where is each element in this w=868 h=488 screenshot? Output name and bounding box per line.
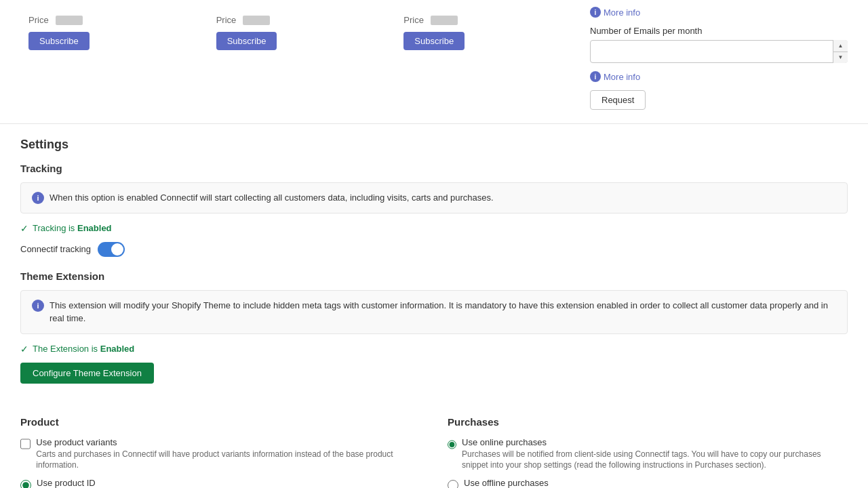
subscribe-cards-row: Price Subscribe Price Subscribe Price Su… — [20, 7, 572, 58]
bottom-columns: Product Use product variants Carts and p… — [20, 416, 848, 489]
use-id-label: Use product ID — [37, 478, 187, 488]
tracking-info-text: When this option is enabled Connectif wi… — [50, 191, 494, 205]
use-variants-label: Use product variants — [36, 437, 420, 447]
use-variants-checkbox[interactable] — [20, 439, 31, 449]
tracking-check-icon: ✓ — [20, 223, 28, 234]
more-info-bottom-label: More info — [604, 72, 640, 82]
price-blur-3 — [431, 16, 458, 25]
tracking-toggle-label: Connectif tracking — [20, 244, 91, 254]
request-button[interactable]: Request — [590, 90, 646, 110]
price-label-1: Price — [28, 15, 49, 25]
online-purchases-radio[interactable] — [448, 439, 456, 450]
online-purchases-row: Use online purchases Purchases will be n… — [448, 437, 848, 472]
use-id-radio[interactable] — [20, 480, 31, 488]
tracking-info-box: i When this option is enabled Connectif … — [20, 182, 848, 214]
use-id-row: Use product ID Register purchase with in… — [20, 478, 420, 488]
spinner-down[interactable]: ▼ — [833, 52, 848, 64]
subscribe-button-2[interactable]: Subscribe — [216, 32, 277, 50]
price-blur-2 — [243, 16, 270, 25]
purchases-title: Purchases — [448, 416, 848, 428]
spinner-up[interactable]: ▲ — [833, 40, 848, 52]
tracking-toggle[interactable] — [98, 242, 125, 257]
info-icon-top: i — [590, 7, 601, 18]
settings-section: Settings Tracking i When this option is … — [0, 123, 868, 488]
subscribe-card-3: Price Subscribe — [395, 7, 572, 58]
subscribe-button-3[interactable]: Subscribe — [403, 32, 465, 50]
spinner-btns: ▲ ▼ — [833, 40, 848, 63]
use-variants-content: Use product variants Carts and purchases… — [36, 437, 420, 472]
offline-purchases-label: Use offline purchases — [464, 478, 712, 488]
more-info-link-top[interactable]: i More info — [590, 7, 848, 18]
tracking-info-icon: i — [32, 192, 44, 204]
emails-input-container: ▲ ▼ — [590, 40, 848, 63]
theme-info-text: This extension will modify your Shopify … — [50, 299, 836, 325]
theme-extension-title: Theme Extension — [20, 270, 848, 282]
tracking-status-text: Tracking is Enabled — [33, 223, 112, 233]
offline-purchases-row: Use offline purchases Purchases will be … — [448, 478, 848, 488]
more-info-link-bottom[interactable]: i More info — [590, 71, 848, 82]
extension-check-icon: ✓ — [20, 344, 28, 354]
theme-extension-section: Theme Extension i This extension will mo… — [20, 270, 848, 400]
product-column: Product Use product variants Carts and p… — [20, 416, 420, 489]
emails-label: Number of Emails per month — [590, 26, 848, 36]
use-id-content: Use product ID Register purchase with in… — [37, 478, 187, 488]
page-container: Price Subscribe Price Subscribe Price Su… — [0, 0, 868, 488]
tracking-status: ✓ Tracking is Enabled — [20, 223, 848, 234]
tracking-toggle-row: Connectif tracking — [20, 242, 848, 257]
subscribe-card-1: Price Subscribe — [20, 7, 197, 58]
extension-status: ✓ The Extension is Enabled — [20, 344, 848, 354]
online-purchases-content: Use online purchases Purchases will be n… — [462, 437, 848, 472]
purchases-column: Purchases Use online purchases Purchases… — [448, 416, 848, 489]
offline-purchases-radio[interactable] — [448, 480, 458, 488]
offline-purchases-content: Use offline purchases Purchases will be … — [464, 478, 712, 488]
tracking-title: Tracking — [20, 163, 848, 174]
more-info-top-label: More info — [604, 7, 640, 18]
price-label-2: Price — [216, 15, 237, 25]
info-icon-bottom: i — [590, 71, 601, 82]
online-purchases-desc: Purchases will be notified from client-s… — [462, 449, 848, 472]
use-variants-desc: Carts and purchases in Connectif will ha… — [36, 449, 420, 472]
tracking-toggle-slider — [98, 242, 125, 257]
use-variants-row: Use product variants Carts and purchases… — [20, 437, 420, 472]
emails-input[interactable] — [590, 40, 848, 63]
extension-status-text: The Extension is Enabled — [33, 344, 134, 354]
subscribe-button-1[interactable]: Subscribe — [28, 32, 90, 50]
settings-title: Settings — [20, 138, 848, 152]
tracking-section: Tracking i When this option is enabled C… — [20, 163, 848, 257]
product-title: Product — [20, 416, 420, 428]
price-label-3: Price — [403, 15, 424, 25]
theme-info-box: i This extension will modify your Shopif… — [20, 290, 848, 334]
top-section: Price Subscribe Price Subscribe Price Su… — [0, 0, 868, 123]
theme-info-icon: i — [32, 300, 44, 312]
price-blur-1 — [56, 16, 83, 25]
online-purchases-label: Use online purchases — [462, 437, 848, 447]
right-settings-panel: i More info Number of Emails per month ▲… — [583, 7, 848, 110]
configure-theme-button[interactable]: Configure Theme Extension — [20, 363, 154, 384]
subscribe-card-2: Price Subscribe — [208, 7, 385, 58]
